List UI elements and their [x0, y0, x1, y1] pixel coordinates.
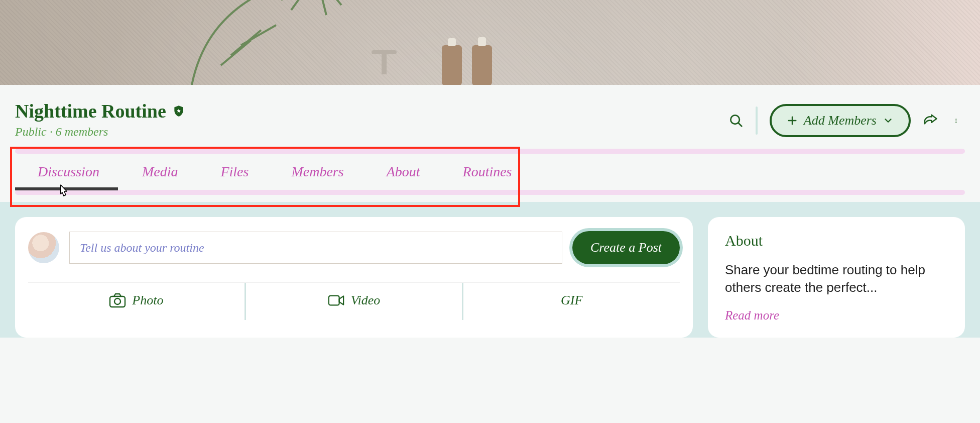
svg-rect-0: [372, 50, 397, 54]
svg-line-7: [739, 123, 742, 126]
svg-point-12: [955, 122, 956, 123]
svg-rect-3: [448, 38, 456, 46]
attach-gif-label: GIF: [561, 293, 582, 308]
tab-discussion[interactable]: Discussion: [38, 164, 99, 180]
svg-rect-15: [329, 296, 339, 305]
tab-members[interactable]: Members: [291, 164, 343, 180]
attach-photo-label: Photo: [132, 293, 163, 308]
group-header: Nighttime Routine Public · 6 members Add…: [0, 85, 980, 149]
attach-photo-button[interactable]: Photo: [28, 283, 244, 320]
about-card: About Share your bedtime routing to help…: [708, 217, 965, 338]
active-tab-underline: [15, 187, 118, 190]
create-post-button[interactable]: Create a Post: [572, 231, 680, 264]
group-title: Nighttime Routine: [15, 100, 166, 122]
svg-point-14: [114, 298, 120, 304]
tab-files[interactable]: Files: [220, 164, 249, 180]
share-icon[interactable]: [923, 113, 938, 128]
group-subtitle: Public · 6 members: [15, 125, 185, 139]
header-divider: [756, 107, 758, 135]
svg-rect-1: [382, 54, 387, 74]
tab-media[interactable]: Media: [142, 164, 178, 180]
svg-rect-5: [478, 37, 486, 46]
attach-video-label: Video: [351, 293, 381, 308]
compose-input[interactable]: [69, 232, 562, 264]
svg-rect-4: [472, 45, 492, 85]
search-icon[interactable]: [728, 113, 744, 128]
plus-icon: [787, 115, 798, 126]
svg-point-11: [955, 121, 956, 122]
svg-point-10: [955, 119, 956, 120]
camera-icon: [109, 293, 126, 308]
video-icon: [328, 293, 345, 308]
tab-about[interactable]: About: [387, 164, 420, 180]
attach-video-button[interactable]: Video: [244, 283, 462, 320]
more-options-icon[interactable]: [950, 113, 965, 128]
add-members-label: Add Members: [804, 113, 877, 128]
content-body: Create a Post Photo Video GIF About Shar…: [0, 202, 980, 338]
add-members-button[interactable]: Add Members: [770, 104, 911, 137]
avatar[interactable]: [28, 232, 59, 263]
about-title: About: [725, 232, 948, 249]
tabs-bottom-border: [15, 190, 965, 195]
cover-bottles-decorative: [437, 30, 507, 85]
compose-card: Create a Post Photo Video GIF: [15, 217, 693, 338]
svg-rect-2: [442, 45, 462, 85]
tabs-top-border: [15, 149, 965, 154]
cover-shower-decorative: [366, 45, 407, 85]
tab-routines[interactable]: Routines: [463, 164, 512, 180]
cover-palm-decorative: [141, 0, 392, 85]
group-cover-image: [0, 0, 980, 85]
tabs-container: Discussion Media Files Members About Rou…: [15, 149, 965, 195]
about-text: Share your bedtime routing to help other…: [725, 261, 948, 296]
shield-check-icon: [172, 104, 185, 118]
read-more-link[interactable]: Read more: [725, 308, 948, 323]
attach-gif-button[interactable]: GIF: [462, 283, 680, 320]
chevron-down-icon: [883, 115, 894, 126]
